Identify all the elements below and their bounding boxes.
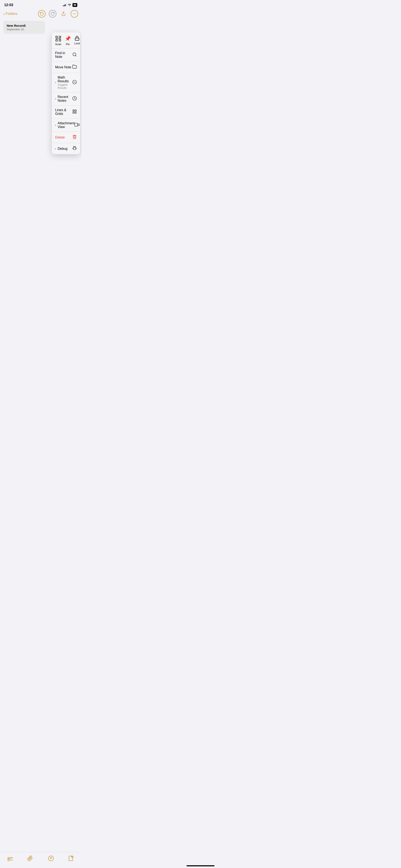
svg-rect-19 [75,123,78,126]
undo-button[interactable] [38,10,45,18]
attachment-view-label: Attachment View [58,121,74,129]
search-icon [72,52,77,58]
debug-chevron: › [55,147,56,150]
svg-rect-7 [59,39,61,41]
delete-label: Delete [55,135,65,140]
back-arrow-icon: ‹ [3,11,5,16]
grid-icon [72,109,77,115]
scan-menu-item[interactable]: Scan [54,36,63,46]
recent-notes-label: Recent Notes [58,95,72,102]
clock-icon [72,96,77,102]
pin-label: Pin [66,42,70,46]
svg-point-2 [74,13,75,14]
note-card-date: September 25, [7,28,42,31]
status-bar: 12:02 98 [0,0,82,8]
attachment-view-chevron: › [55,124,56,127]
delete-item[interactable]: Delete [52,132,80,143]
trash-icon [72,134,77,140]
dropdown-menu: Scan 📌 Pin Lock Find in Note [52,32,80,154]
nav-bar: ‹ Folders [0,8,82,19]
battery-icon: 98 [72,3,77,7]
debug-label: Debug [58,147,67,151]
move-note-label: Move Note [55,65,71,69]
pin-menu-item[interactable]: 📌 Pin [63,36,73,46]
lines-grids-item[interactable]: Lines & Grids [52,105,80,119]
svg-rect-9 [75,38,79,40]
lines-grids-label: Lines & Grids [55,108,72,116]
find-in-note-item[interactable]: Find in Note [52,49,80,62]
svg-point-3 [75,13,76,14]
svg-rect-20 [78,124,80,126]
recent-notes-chevron: › [55,97,56,100]
lock-label: Lock [74,42,80,45]
lock-icon [74,36,80,41]
svg-rect-15 [73,110,74,111]
back-button[interactable]: ‹ Folders [3,11,17,16]
math-results-subtitle: Suggest Results [58,83,72,89]
lock-menu-item[interactable]: Lock [73,36,80,46]
status-icons: 98 [63,3,77,7]
recent-notes-item[interactable]: › Recent Notes [52,92,80,105]
svg-point-1 [73,13,73,14]
find-in-note-label: Find in Note [55,51,72,59]
math-results-chevron: › [55,81,56,84]
status-time: 12:02 [4,3,13,7]
svg-rect-4 [56,36,57,38]
share-button[interactable] [60,10,67,18]
math-results-label: Math Results [58,75,72,83]
math-icon [72,80,77,86]
svg-rect-16 [75,110,76,111]
svg-rect-17 [73,112,74,113]
scan-label: Scan [55,42,61,46]
signal-icon [63,4,67,6]
redo-button[interactable] [49,10,56,18]
note-card-title: New Recordi [7,24,42,27]
move-note-item[interactable]: Move Note [52,62,80,73]
folder-icon [72,64,77,70]
svg-rect-18 [75,112,76,113]
more-button[interactable] [70,10,78,18]
attachment-view-item[interactable]: › Attachment View [52,119,80,132]
pin-icon: 📌 [65,36,71,41]
back-label: Folders [6,12,18,16]
attachment-view-icon [74,122,80,128]
nav-actions [38,10,78,18]
svg-rect-6 [56,39,57,41]
svg-rect-5 [59,36,61,38]
note-card[interactable]: New Recordi September 25, [3,21,45,34]
battery-level: 98 [73,4,76,6]
debug-item[interactable]: › Debug [52,143,80,154]
svg-line-11 [75,55,76,56]
menu-icons-row: Scan 📌 Pin Lock [52,32,80,49]
bug-icon [72,146,77,151]
math-results-item[interactable]: › Math Results Suggest Results [52,73,80,92]
wifi-icon [68,4,71,7]
